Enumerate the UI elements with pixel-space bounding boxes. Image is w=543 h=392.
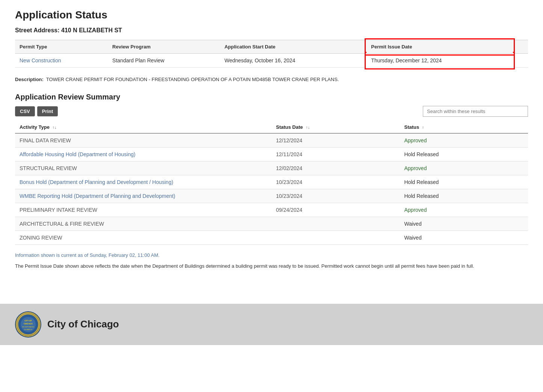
review-table: Activity Type ↑↓ Status Date ↑↓ Status ↑… [15,121,528,245]
street-address-label: Street Address: [15,27,60,33]
permit-type-cell: New Construction [15,54,108,68]
city-footer: CITY OF CHICAGO INCORPORATED 4th MARCH C… [0,304,543,345]
date-cell [272,217,400,231]
status-cell: Hold Released [400,148,528,161]
activity-cell: Affordable Housing Hold (Department of H… [15,148,272,161]
activity-cell: WMBE Reporting Hold (Department of Plann… [15,189,272,203]
status-cell: Approved [400,203,528,217]
status-cell: Waived [400,217,528,231]
date-sort-icon[interactable]: ↑↓ [306,125,310,130]
date-cell [272,231,400,245]
activity-cell: STRUCTURAL REVIEW [15,161,272,175]
permit-issue-date-header: Permit Issue Date [367,40,513,54]
status-sort-icon[interactable]: ↑ [422,125,424,130]
date-cell: 12/11/2024 [272,148,400,161]
seal-svg: CITY OF CHICAGO INCORPORATED 4th MARCH [17,313,39,336]
review-program-cell: Standard Plan Review [108,54,220,68]
street-address-value: 410 N ELIZABETH ST [61,27,122,33]
toolbar-left: CSV Print [15,106,58,116]
page-wrapper: Application Status Street Address: 410 N… [0,0,543,345]
city-seal-icon: CITY OF CHICAGO INCORPORATED 4th MARCH [15,311,41,338]
main-content: Application Status Street Address: 410 N… [0,0,543,296]
summary-toolbar: CSV Print [15,106,528,117]
review-row: FINAL DATA REVIEW 12/12/2024 Approved [15,133,528,148]
review-program-header: Review Program [108,40,220,54]
svg-text:4th MARCH: 4th MARCH [24,329,32,330]
review-row: ZONING REVIEW Waived [15,231,528,245]
svg-text:INCORPORATED: INCORPORATED [22,326,34,328]
review-row: WMBE Reporting Hold (Department of Plann… [15,189,528,203]
search-input[interactable] [423,106,528,117]
activity-sort-icon[interactable]: ↑↓ [53,125,57,130]
review-table-header-row: Activity Type ↑↓ Status Date ↑↓ Status ↑ [15,121,528,133]
permit-notice-text: The Permit Issue Date shown above reflec… [15,262,528,270]
description-label: Description: [15,77,44,82]
extra-header [513,40,528,54]
street-address: Street Address: 410 N ELIZABETH ST [15,27,528,34]
description: Description: TOWER CRANE PERMIT FOR FOUN… [15,74,528,85]
status-header: Status ↑ [400,121,528,133]
date-cell: 09/24/2024 [272,203,400,217]
activity-cell: FINAL DATA REVIEW [15,133,272,148]
status-cell: Approved [400,133,528,148]
review-row: PRELIMINARY INTAKE REVIEW 09/24/2024 App… [15,203,528,217]
date-cell: 10/23/2024 [272,175,400,189]
svg-text:CITY OF: CITY OF [24,320,32,322]
status-cell: Hold Released [400,175,528,189]
activity-cell: ARCHITECTURAL & FIRE REVIEW [15,217,272,231]
application-start-date-cell: Wednesday, October 16, 2024 [220,54,367,68]
review-row: Affordable Housing Hold (Department of H… [15,148,528,161]
status-cell: Approved [400,161,528,175]
permit-table: Permit Type Review Program Application S… [15,40,528,68]
permit-issue-date-cell: Thursday, December 12, 2024 [367,54,513,68]
description-text: TOWER CRANE PERMIT FOR FOUNDATION - FREE… [46,77,339,82]
activity-cell: Bonus Hold (Department of Planning and D… [15,175,272,189]
print-button[interactable]: Print [37,106,58,116]
city-name: City of Chicago [47,318,119,330]
csv-button[interactable]: CSV [15,106,35,116]
permit-type-header: Permit Type [15,40,108,54]
review-row: ARCHITECTURAL & FIRE REVIEW Waived [15,217,528,231]
status-cell: Waived [400,231,528,245]
date-cell: 10/23/2024 [272,189,400,203]
footer-notes: Information shown is current as of Sunda… [15,252,528,258]
activity-type-header: Activity Type ↑↓ [15,121,272,133]
permit-row: New Construction Standard Plan Review We… [15,54,528,68]
status-date-header: Status Date ↑↓ [272,121,400,133]
current-info-text: Information shown is current as of Sunda… [15,252,528,258]
date-cell: 12/12/2024 [272,133,400,148]
review-row: STRUCTURAL REVIEW 12/02/2024 Approved [15,161,528,175]
review-row: Bonus Hold (Department of Planning and D… [15,175,528,189]
status-cell: Hold Released [400,189,528,203]
section-title: Application Review Summary [15,93,528,101]
svg-text:CHICAGO: CHICAGO [24,323,33,325]
extra-cell [513,54,528,68]
application-start-date-header: Application Start Date [220,40,367,54]
activity-cell: ZONING REVIEW [15,231,272,245]
page-title: Application Status [15,9,528,21]
activity-cell: PRELIMINARY INTAKE REVIEW [15,203,272,217]
date-cell: 12/02/2024 [272,161,400,175]
